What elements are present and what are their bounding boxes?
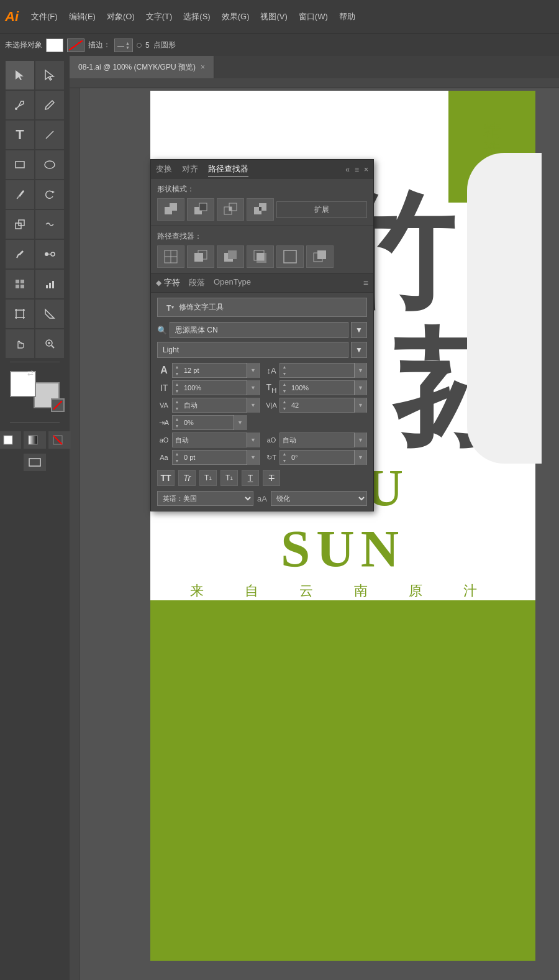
- direct-selection-tool[interactable]: [35, 61, 64, 89]
- panel-close-btn[interactable]: ×: [364, 165, 368, 174]
- exclude-btn[interactable]: [247, 198, 274, 221]
- selection-tool[interactable]: [6, 61, 34, 89]
- tracking-arrows[interactable]: ▲ ▼: [280, 398, 289, 412]
- paragraph-tab[interactable]: 段落: [189, 276, 205, 290]
- minus-front-btn[interactable]: [187, 198, 214, 221]
- vscale-up[interactable]: ▲: [173, 381, 181, 388]
- slice-tool[interactable]: [35, 300, 64, 328]
- bold-btn[interactable]: TT: [157, 470, 175, 486]
- text-tool[interactable]: T: [6, 121, 34, 149]
- font-size-input[interactable]: [181, 365, 247, 375]
- artboard-tool[interactable]: [6, 300, 34, 328]
- rotate-tool[interactable]: [35, 180, 64, 209]
- crop-btn[interactable]: [247, 245, 274, 268]
- antialiasing-select[interactable]: 锐化: [271, 491, 367, 506]
- menu-text[interactable]: 文字(T): [141, 9, 178, 25]
- tab-close-button[interactable]: ×: [201, 63, 205, 71]
- draw-normal-icon[interactable]: [24, 454, 46, 471]
- zoom-tool[interactable]: [35, 329, 64, 358]
- menu-file[interactable]: 文件(F): [26, 9, 63, 25]
- rotation-up[interactable]: ▲: [280, 451, 289, 457]
- rotation-arrows[interactable]: ▲ ▼: [280, 451, 289, 464]
- menu-help[interactable]: 帮助: [334, 9, 360, 25]
- document-tab[interactable]: 08-1.ai @ 100% (CMYK/GPU 预览) ×: [70, 56, 214, 78]
- minus-back-btn[interactable]: [306, 245, 334, 268]
- trim-btn[interactable]: [187, 245, 214, 268]
- eyedropper-tool[interactable]: [6, 240, 34, 268]
- baseline-shift-input[interactable]: [181, 418, 234, 428]
- hscale-up[interactable]: ▲: [280, 381, 289, 388]
- blend-tool[interactable]: [35, 240, 64, 268]
- kerning-input[interactable]: [181, 400, 247, 410]
- kerning-up[interactable]: ▲: [173, 398, 181, 405]
- font-size-up[interactable]: ▲: [173, 364, 181, 370]
- rectangle-tool[interactable]: [6, 150, 34, 179]
- character-tab[interactable]: 字符: [164, 276, 180, 290]
- vscale-dropdown[interactable]: ▼: [247, 380, 259, 395]
- subscript-btn[interactable]: T1: [220, 470, 238, 486]
- hscale-down[interactable]: ▼: [280, 388, 289, 395]
- none-mode-icon[interactable]: [48, 431, 71, 449]
- leading-dropdown[interactable]: ▼: [354, 363, 366, 378]
- column-graph-tool[interactable]: [35, 270, 64, 298]
- auto2-input[interactable]: [280, 435, 354, 445]
- intersect-btn[interactable]: [217, 198, 244, 221]
- tracking-down[interactable]: ▼: [280, 405, 289, 412]
- char-panel-expand-icon[interactable]: ◆: [156, 278, 161, 287]
- font-style-input[interactable]: [157, 342, 348, 358]
- stroke-dropdown[interactable]: ▼: [247, 450, 259, 465]
- stroke-arrows[interactable]: ▲ ▼: [173, 451, 181, 464]
- symbol-tool[interactable]: [6, 270, 34, 298]
- swap-colors-icon[interactable]: ⇄: [27, 369, 34, 377]
- transform-tab[interactable]: 变换: [156, 162, 172, 176]
- expand-btn[interactable]: 扩展: [276, 201, 367, 218]
- baseline-arrows[interactable]: ▲ ▼: [173, 416, 181, 429]
- underline-btn[interactable]: T: [242, 470, 259, 486]
- unite-btn[interactable]: [157, 198, 184, 221]
- pen-tool[interactable]: [6, 91, 34, 119]
- menu-view[interactable]: 视图(V): [255, 9, 292, 25]
- horizontal-scale-input[interactable]: [289, 383, 354, 393]
- divide-btn[interactable]: [157, 245, 184, 268]
- menu-edit[interactable]: 编辑(E): [64, 9, 101, 25]
- gradient-mode-icon[interactable]: [24, 431, 46, 449]
- touch-type-tool-btn[interactable]: T 修饰文字工具: [157, 298, 367, 317]
- kerning-down[interactable]: ▼: [173, 405, 181, 412]
- strikethrough-btn[interactable]: T̶: [263, 470, 280, 486]
- font-size-arrows[interactable]: ▲ ▼: [173, 364, 181, 377]
- fill-swatch[interactable]: [46, 39, 63, 52]
- scale-tool[interactable]: [6, 210, 34, 239]
- font-style-dropdown-btn[interactable]: ▼: [351, 342, 367, 358]
- tracking-up[interactable]: ▲: [280, 398, 289, 405]
- kerning-arrows[interactable]: ▲ ▼: [173, 398, 181, 412]
- pencil-tool[interactable]: [35, 91, 64, 119]
- panel-menu-btn[interactable]: ≡: [355, 165, 359, 174]
- line-tool[interactable]: [35, 121, 64, 149]
- vscale-down[interactable]: ▼: [173, 388, 181, 395]
- hscale-arrows[interactable]: ▲ ▼: [280, 381, 289, 395]
- leading-up[interactable]: ▲: [280, 364, 289, 370]
- menu-window[interactable]: 窗口(W): [294, 9, 333, 25]
- menu-select[interactable]: 选择(S): [178, 9, 215, 25]
- leading-input[interactable]: [289, 365, 354, 375]
- menu-object[interactable]: 对象(O): [102, 9, 140, 25]
- merge-btn[interactable]: [217, 245, 244, 268]
- italic-btn[interactable]: Tr: [178, 470, 196, 486]
- font-name-input[interactable]: [170, 322, 348, 338]
- warp-tool[interactable]: [35, 210, 64, 239]
- none-swatch[interactable]: [51, 398, 65, 412]
- vscale-arrows[interactable]: ▲ ▼: [173, 381, 181, 395]
- fill-mode-icon[interactable]: [0, 431, 21, 449]
- stroke-up[interactable]: ▲: [173, 451, 181, 457]
- stroke-swatch[interactable]: [67, 39, 84, 52]
- stroke-size-input[interactable]: [181, 452, 247, 462]
- language-select[interactable]: 英语：美国: [157, 491, 253, 506]
- ellipse-tool[interactable]: [35, 150, 64, 179]
- font-size-dropdown[interactable]: ▼: [247, 363, 259, 378]
- opentype-tab[interactable]: OpenType: [214, 276, 251, 290]
- char-panel-menu-icon[interactable]: ≡: [363, 278, 368, 288]
- paintbrush-tool[interactable]: [6, 180, 34, 209]
- hscale-dropdown[interactable]: ▼: [354, 380, 366, 395]
- tracking-input[interactable]: [289, 400, 354, 410]
- leading-down[interactable]: ▼: [280, 370, 289, 377]
